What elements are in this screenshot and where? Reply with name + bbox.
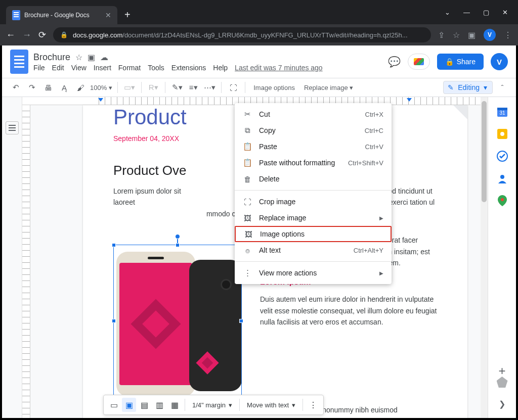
cut-icon: ✂	[243, 110, 252, 119]
add-on-button[interactable]: +	[497, 365, 508, 377]
menu-edit[interactable]: Edit	[52, 64, 64, 72]
forward-button[interactable]: →	[22, 30, 31, 40]
chevron-down-icon: ▾	[229, 401, 232, 409]
bookmark-icon[interactable]: ☆	[453, 30, 460, 40]
menu-help[interactable]: Help	[213, 64, 228, 72]
side-panel: 31 + ❯	[488, 97, 516, 418]
tasks-icon[interactable]	[497, 151, 508, 162]
caret-down-icon[interactable]: ⌄	[445, 9, 450, 16]
doc-paragraph[interactable]: Duis autem vel eum iriure dolor in hendr…	[260, 294, 437, 328]
chevron-down-icon: ▾	[484, 83, 487, 91]
address-bar[interactable]: 🔒 docs.google.com/document/d/1zD4AtsENsL…	[53, 27, 431, 42]
spellcheck-button[interactable]: Ą	[58, 81, 71, 94]
menu-extensions[interactable]: Extensions	[171, 64, 206, 72]
resize-handle[interactable]	[239, 319, 243, 323]
share-button[interactable]: 🔒 Share	[437, 54, 484, 70]
minimize-icon[interactable]: —	[463, 9, 470, 16]
redo-button[interactable]: ↷	[25, 81, 38, 94]
menu-format[interactable]: Format	[118, 64, 141, 72]
border-color-button[interactable]: ✎▾	[170, 81, 184, 94]
meet-button[interactable]	[408, 54, 430, 70]
document-page[interactable]: Product September 04, 20XX Product Ove L…	[83, 105, 467, 418]
zoom-selector[interactable]: 100%▾	[90, 84, 112, 91]
move-icon[interactable]: ▣	[88, 53, 95, 62]
scrollbar-thumb[interactable]	[482, 101, 487, 202]
back-button[interactable]: ←	[6, 30, 15, 40]
reload-button[interactable]: ⟳	[38, 29, 46, 40]
image-options-button[interactable]: Image options	[250, 84, 298, 91]
ctx-replace-image[interactable]: 🖼Replace image▶	[235, 210, 392, 226]
ctx-copy[interactable]: ⧉CopyCtrl+C	[235, 122, 392, 138]
page-corner-fold-icon	[453, 105, 467, 119]
cloud-status-icon[interactable]: ☁	[100, 53, 108, 62]
browser-tab[interactable]: Brochure - Google Docs ✕	[6, 6, 117, 24]
move-with-text-selector[interactable]: Move with text▾	[243, 401, 299, 409]
comments-icon[interactable]: 💬	[388, 56, 401, 68]
contacts-icon[interactable]	[497, 173, 508, 184]
new-tab-button[interactable]: +	[124, 9, 131, 21]
print-button[interactable]: 🖶	[41, 81, 55, 94]
menu-tools[interactable]: Tools	[148, 64, 164, 72]
vertical-ruler[interactable]	[22, 105, 30, 418]
trash-icon: 🗑	[243, 175, 252, 183]
collapse-toolbar-button[interactable]: ˆ	[496, 81, 509, 94]
ctx-paste[interactable]: 📋PasteCtrl+V	[235, 138, 392, 155]
star-icon[interactable]: ☆	[75, 53, 82, 62]
collapse-side-panel-button[interactable]: ❯	[499, 399, 505, 409]
wrap-break-button[interactable]: ▤	[137, 398, 151, 412]
border-weight-button[interactable]: ≡▾	[187, 81, 200, 94]
ctx-paste-without-formatting[interactable]: 📋Paste without formattingCtrl+Shift+V	[235, 155, 392, 171]
undo-button[interactable]: ↶	[9, 81, 22, 94]
paint-format-button[interactable]: 🖌	[74, 81, 87, 94]
font-selector[interactable]: R▾	[147, 81, 160, 94]
outline-toggle-button[interactable]	[6, 121, 19, 134]
wrap-front-button[interactable]: ▦	[167, 398, 182, 412]
calendar-icon[interactable]: 31	[497, 106, 508, 117]
ctx-cut[interactable]: ✂CutCtrl+X	[235, 106, 392, 122]
keep-icon[interactable]	[497, 128, 508, 139]
resize-handle[interactable]	[112, 243, 116, 247]
crop-button[interactable]: ⛶	[227, 81, 240, 94]
left-margin-marker[interactable]	[98, 98, 103, 102]
ctx-image-options[interactable]: 🖼Image options	[235, 226, 392, 242]
maps-icon[interactable]	[497, 195, 508, 206]
last-edit-link[interactable]: Last edit was 7 minutes ago	[235, 64, 323, 72]
wrap-inline-button[interactable]: ▭	[107, 398, 121, 412]
pencil-icon: ✎	[448, 83, 454, 91]
account-avatar[interactable]: V	[491, 53, 508, 70]
resize-handle[interactable]	[176, 243, 180, 247]
url-path: /document/d/1zD4AtsENsL-dg9_LRRU6Kmdb_uy…	[122, 31, 407, 39]
vertical-scrollbar[interactable]	[481, 97, 488, 418]
ctx-view-more-actions[interactable]: ⋮View more actions▶	[235, 265, 392, 281]
more-icon: ⋮	[243, 268, 252, 277]
more-options-button[interactable]: ⋮	[306, 398, 320, 412]
browser-menu-icon[interactable]: ⋮	[504, 30, 512, 40]
inline-image[interactable]	[113, 245, 242, 397]
styles-selector[interactable]: ▭▾	[123, 81, 136, 94]
maximize-icon[interactable]: ▢	[483, 9, 489, 16]
tab-title: Brochure - Google Docs	[24, 12, 101, 19]
profile-avatar[interactable]: V	[484, 29, 496, 41]
menu-file[interactable]: File	[33, 64, 45, 72]
ctx-crop-image[interactable]: ⛶Crop image	[235, 194, 392, 210]
share-url-icon[interactable]: ⇪	[438, 30, 445, 40]
margin-selector[interactable]: 1/4" margin▾	[188, 401, 236, 409]
resize-handle[interactable]	[112, 319, 116, 323]
docs-logo-icon[interactable]	[10, 50, 28, 74]
border-dash-button[interactable]: ⋯▾	[203, 81, 216, 94]
rotate-handle[interactable]	[175, 234, 180, 239]
wrap-text-button[interactable]: ▣	[122, 398, 136, 412]
document-title[interactable]: Brochure	[33, 52, 70, 63]
right-margin-marker[interactable]	[407, 98, 412, 102]
menu-insert[interactable]: Insert	[94, 64, 111, 72]
menu-view[interactable]: View	[71, 64, 87, 72]
reader-icon[interactable]: ▣	[468, 30, 476, 40]
close-tab-icon[interactable]: ✕	[105, 11, 111, 19]
ctx-alt-text[interactable]: ⌾Alt textCtrl+Alt+Y	[235, 242, 392, 258]
ctx-delete[interactable]: 🗑Delete	[235, 171, 392, 187]
close-window-icon[interactable]: ✕	[502, 9, 508, 16]
explore-icon[interactable]	[497, 377, 508, 388]
editing-mode-button[interactable]: ✎ Editing ▾	[443, 81, 493, 94]
replace-image-button[interactable]: Replace image ▾	[301, 84, 356, 91]
wrap-behind-button[interactable]: ▥	[152, 398, 166, 412]
